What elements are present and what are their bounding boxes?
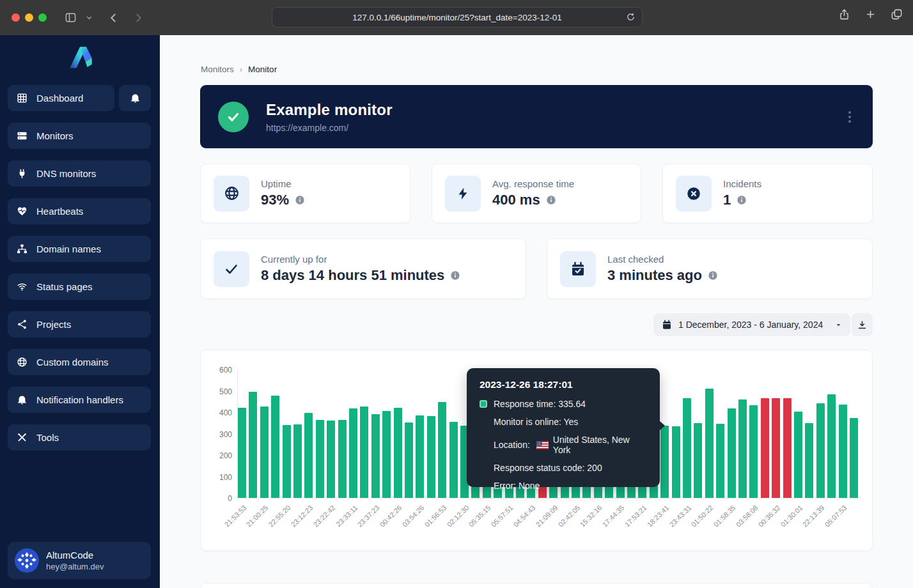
sidebar-item-label: Status pages (36, 281, 93, 292)
chart-bar[interactable] (249, 392, 257, 498)
y-axis-label: 100 (203, 473, 232, 482)
chart-bar[interactable] (394, 408, 402, 498)
info-icon[interactable] (737, 195, 747, 205)
new-tab-icon[interactable] (864, 8, 877, 20)
share-icon[interactable] (838, 8, 850, 20)
user-name: AltumCode (46, 550, 104, 561)
info-icon[interactable] (546, 195, 556, 205)
chart-bar[interactable] (304, 413, 313, 498)
chart-bar[interactable] (360, 406, 368, 498)
sidebar-toggle-icon[interactable] (65, 12, 77, 24)
tooltip-location: United States, New York (553, 435, 647, 455)
tab-overview-icon[interactable] (891, 8, 903, 20)
chart-tooltip: 2023-12-26 18:27:01 Response time: 335.6… (467, 368, 660, 487)
close-window-button[interactable] (12, 13, 20, 22)
chart-bar[interactable] (405, 422, 413, 498)
chart-bar[interactable] (728, 408, 736, 498)
forward-button[interactable] (132, 12, 144, 24)
monitor-url[interactable]: https://example.com/ (266, 123, 393, 133)
series-marker-icon (480, 400, 487, 408)
monitor-menu-button[interactable] (845, 107, 855, 127)
incidents-label: Incidents (723, 178, 761, 189)
monitor-up-status-icon (218, 102, 249, 132)
chart-bar[interactable] (271, 396, 279, 498)
sidebar-item-label: Projects (36, 319, 71, 330)
breadcrumb-chevron-icon: › (240, 65, 242, 74)
heart-pulse-icon (17, 206, 28, 217)
chart-bar[interactable] (738, 399, 747, 498)
sidebar-item-status-pages[interactable]: Status pages (8, 274, 151, 300)
chart-bar[interactable] (749, 405, 758, 498)
chart-bar[interactable] (327, 421, 335, 498)
chart-bar[interactable] (427, 416, 435, 498)
chart-bar[interactable] (816, 403, 825, 498)
share-nodes-icon (17, 319, 28, 330)
chart-bar[interactable] (761, 398, 769, 498)
grid-icon (17, 93, 28, 104)
sidebar-item-notification-handlers[interactable]: Notification handlers (8, 387, 151, 413)
avg-response-card: Avg. response time 400 ms (432, 164, 641, 223)
chart-bar[interactable] (316, 420, 324, 498)
chart-bar[interactable] (283, 425, 291, 498)
export-download-button[interactable] (852, 313, 873, 336)
back-button[interactable] (108, 12, 120, 24)
bolt-icon (445, 176, 481, 212)
chart-bar[interactable] (371, 414, 380, 498)
chart-bar[interactable] (382, 411, 391, 498)
chart-bar[interactable] (672, 426, 680, 498)
chart-bar[interactable] (449, 422, 458, 498)
sidebar-item-projects[interactable]: Projects (8, 311, 151, 337)
chart-bar[interactable] (660, 426, 669, 498)
chevron-down-icon[interactable] (86, 14, 93, 21)
address-bar[interactable]: 127.0.0.1/66uptime/monitor/25?start_date… (272, 7, 643, 27)
user-account-card[interactable]: AltumCode hey@altum.dev (8, 542, 151, 579)
sidebar-notifications-button[interactable] (119, 85, 151, 111)
chart-bar[interactable] (850, 418, 858, 498)
sidebar-item-custom-domains[interactable]: Custom domains (8, 349, 151, 375)
sidebar-item-monitors[interactable]: Monitors (8, 123, 151, 149)
sidebar-item-label: Heartbeats (36, 206, 83, 217)
sidebar-item-heartbeats[interactable]: Heartbeats (8, 198, 151, 224)
chart-bar[interactable] (839, 405, 847, 498)
minimize-window-button[interactable] (25, 13, 33, 22)
chart-bar[interactable] (783, 398, 792, 498)
chart-bar[interactable] (772, 398, 780, 498)
browser-titlebar: 127.0.0.1/66uptime/monitor/25?start_date… (0, 0, 913, 35)
sidebar-item-tools[interactable]: Tools (8, 424, 151, 451)
chart-bar[interactable] (260, 406, 269, 498)
chart-bar[interactable] (694, 423, 702, 498)
download-icon (857, 320, 867, 330)
chart-bar[interactable] (716, 424, 724, 498)
chart-bar[interactable] (794, 412, 802, 498)
incidents-value: 1 (723, 192, 731, 208)
chart-bar[interactable] (416, 415, 424, 498)
breadcrumb-monitors-link[interactable]: Monitors (201, 65, 234, 74)
chart-bar[interactable] (238, 408, 246, 498)
currently-up-label: Currently up for (261, 254, 460, 265)
info-icon[interactable] (708, 270, 718, 281)
chart-plot-area: 2023-12-26 18:27:01 Response time: 335.6… (237, 370, 861, 499)
app-logo[interactable] (0, 35, 160, 85)
sidebar-item-dashboard[interactable]: Dashboard (8, 85, 114, 111)
info-icon[interactable] (450, 270, 460, 281)
chart-bar[interactable] (338, 420, 347, 498)
monitor-title: Example monitor (266, 101, 393, 119)
fullscreen-window-button[interactable] (38, 13, 47, 22)
monitor-header-card: Example monitor https://example.com/ (200, 85, 873, 148)
sidebar-item-dns-monitors[interactable]: DNS monitors (8, 160, 151, 187)
info-icon[interactable] (295, 195, 305, 205)
chart-bar[interactable] (349, 408, 357, 498)
sidebar-item-domain-names[interactable]: Domain names (8, 236, 151, 262)
currently-up-value: 8 days 14 hours 51 minutes (261, 267, 444, 284)
bell-icon (130, 93, 141, 104)
date-range-picker[interactable]: 1 December, 2023 - 6 January, 2024 (653, 313, 850, 336)
last-checked-label: Last checked (607, 254, 718, 265)
reload-icon[interactable] (626, 12, 636, 22)
chart-bar[interactable] (293, 424, 302, 498)
chart-bar[interactable] (438, 402, 446, 498)
chart-bar[interactable] (683, 398, 691, 498)
chart-bar[interactable] (805, 423, 813, 498)
uptime-card: Uptime 93% (200, 164, 410, 223)
chart-bar[interactable] (705, 389, 714, 498)
chart-bar[interactable] (827, 394, 836, 498)
